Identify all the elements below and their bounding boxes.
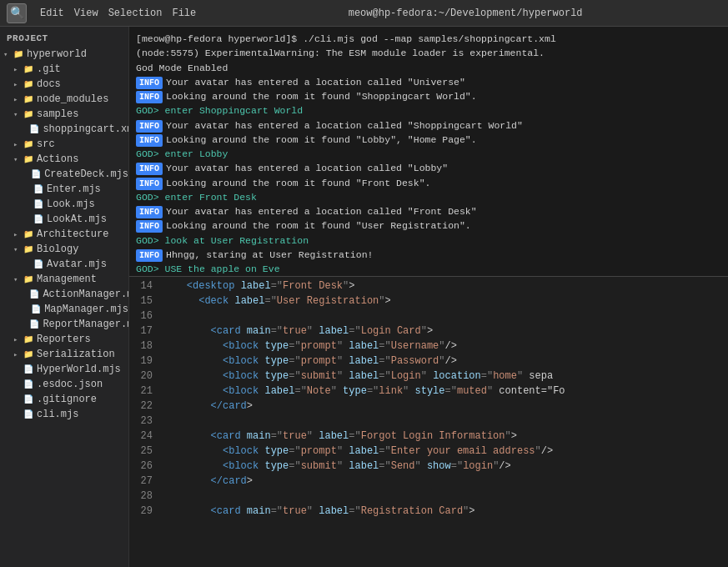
item-label: Serialization: [37, 349, 115, 360]
sidebar-item-CreateDeck[interactable]: 📄CreateDeck.mjs: [0, 167, 128, 182]
json-file-icon: 📄: [23, 379, 33, 389]
item-label: CreateDeck.mjs: [44, 168, 128, 180]
sidebar-item-shoppingcart-xml[interactable]: 📄shoppingcart.xml: [0, 122, 128, 137]
sidebar-item-samples[interactable]: ▾📁samples: [0, 107, 128, 122]
sidebar-item-LookAt[interactable]: 📄LookAt.mjs: [0, 212, 128, 227]
sidebar-item-gitignore[interactable]: 📄.gitignore: [0, 392, 128, 407]
line-number: 29: [129, 505, 163, 517]
terminal-line: INFOLooking around the room it found "Lo…: [136, 133, 721, 147]
menu-selection[interactable]: Selection: [108, 8, 163, 19]
folder-icon: 📁: [23, 109, 33, 119]
line-number: 19: [129, 355, 163, 367]
sidebar-item-serialization-group[interactable]: ▸📁Serialization: [0, 347, 128, 362]
info-badge: INFO: [136, 220, 163, 233]
terminal-line: GOD> USE the apple on Eve: [136, 262, 721, 276]
item-label: samples: [37, 108, 78, 120]
line-number: 16: [129, 310, 163, 322]
sidebar-item-ActionManager[interactable]: 📄ActionManager.mjs: [0, 287, 128, 302]
terminal-god: GOD> look at User Registration: [136, 233, 309, 248]
code-line: 25 <block type="prompt" label="Enter you…: [129, 445, 728, 460]
sidebar-item-MapManager[interactable]: 📄MapManager.mjs: [0, 302, 128, 317]
sidebar-item-esdoc[interactable]: 📄.esdoc.json: [0, 377, 128, 392]
terminal-cmd: [meow@hp-fedora hyperworld]$ ./cli.mjs g…: [136, 32, 556, 46]
terminal-line: INFOLooking around the room it found "Fr…: [136, 176, 721, 190]
line-number: 18: [129, 340, 163, 352]
terminal-line: (node:5575) ExperimentalWarning: The ESM…: [136, 46, 721, 60]
sidebar-tree: ▾📁hyperworld▸📁.git▸📁docs▸📁node_modules▾📁…: [0, 47, 128, 422]
code-line: 26 <block type="submit" label="Send" sho…: [129, 460, 728, 475]
line-content: <deck label="User Registration">: [163, 295, 728, 307]
search-button[interactable]: 🔍: [7, 3, 27, 23]
terminal-line: GOD> enter Front Desk: [136, 190, 721, 204]
arrow-icon: ▸: [13, 140, 22, 149]
sidebar-item-HyperWorld[interactable]: 📄HyperWorld.mjs: [0, 362, 128, 377]
sidebar-item-architecture-group[interactable]: ▸📁Architecture: [0, 227, 128, 242]
arrow-icon: [23, 125, 28, 133]
sidebar-item-hyperworld[interactable]: ▾📁hyperworld: [0, 47, 128, 62]
arrow-icon: ▸: [13, 350, 22, 359]
sidebar-item-git[interactable]: ▸📁.git: [0, 62, 128, 77]
sidebar-item-cli[interactable]: 📄cli.mjs: [0, 407, 128, 422]
item-label: HyperWorld.mjs: [37, 364, 121, 375]
terminal-text: Hhngg, staring at User Registration!: [166, 248, 373, 262]
arrow-icon: [23, 215, 32, 223]
sidebar-item-management-group[interactable]: ▾📁Management: [0, 272, 128, 287]
js-file-icon: 📄: [29, 319, 39, 329]
info-badge: INFO: [136, 249, 163, 262]
code-line: 17 <card main="true" label="Login Card">: [129, 325, 728, 340]
terminal-text: Looking around the room it found "Front …: [166, 176, 430, 190]
line-content: </card>: [163, 475, 728, 487]
item-label: .git: [37, 63, 61, 75]
sidebar-item-node_modules[interactable]: ▸📁node_modules: [0, 92, 128, 107]
terminal-text: Your avatar has entered a location calle…: [166, 204, 477, 218]
arrow-icon: [13, 395, 22, 404]
sidebar-item-actions-group[interactable]: ▾📁Actions: [0, 152, 128, 167]
menu-file[interactable]: File: [172, 8, 196, 19]
line-number: 15: [129, 295, 163, 307]
item-label: ReportManager.mjs: [43, 319, 128, 330]
sidebar-item-Avatar[interactable]: 📄Avatar.mjs: [0, 257, 128, 272]
js-file-icon: 📄: [33, 259, 43, 269]
arrow-icon: ▾: [13, 245, 22, 254]
folder-icon: 📁: [23, 274, 33, 284]
line-content: <block type="submit" label="Send" show="…: [163, 460, 728, 472]
menu-edit[interactable]: Edit: [40, 8, 64, 19]
menu-view[interactable]: View: [74, 8, 98, 19]
sidebar: Project ▾📁hyperworld▸📁.git▸📁docs▸📁node_m…: [0, 27, 129, 567]
sidebar-item-biology-group[interactable]: ▾📁Biology: [0, 242, 128, 257]
sidebar-item-reporters-group[interactable]: ▸📁Reporters: [0, 332, 128, 347]
code-line: 20 <block type="submit" label="Login" lo…: [129, 370, 728, 385]
js-file-icon: 📄: [33, 184, 43, 194]
code-line: 14 <desktop label="Front Desk">: [129, 280, 728, 295]
terminal-text: Looking around the room it found "Lobby"…: [166, 133, 477, 147]
arrow-icon: ▸: [13, 335, 22, 344]
item-label: .esdoc.json: [37, 379, 103, 390]
item-label: node_modules: [37, 93, 108, 105]
arrow-icon: ▾: [3, 50, 12, 59]
item-label: docs: [37, 78, 61, 90]
folder-icon: 📁: [23, 154, 33, 164]
sidebar-item-src[interactable]: ▸📁src: [0, 137, 128, 152]
sidebar-item-Enter[interactable]: 📄Enter.mjs: [0, 182, 128, 197]
js-file-icon: 📄: [33, 199, 43, 209]
js-file-icon: 📄: [31, 169, 41, 179]
terminal-god: GOD> enter Front Desk: [136, 190, 257, 204]
code-line: 29 <card main="true" label="Registration…: [129, 505, 728, 520]
sidebar-item-ReportManager[interactable]: 📄ReportManager.mjs: [0, 317, 128, 332]
terminal[interactable]: [meow@hp-fedora hyperworld]$ ./cli.mjs g…: [129, 27, 728, 277]
arrow-icon: ▾: [13, 155, 22, 164]
arrow-icon: ▾: [13, 110, 22, 119]
sidebar-item-docs[interactable]: ▸📁docs: [0, 77, 128, 92]
folder-icon: 📁: [13, 49, 23, 59]
line-number: 27: [129, 475, 163, 487]
line-number: 24: [129, 430, 163, 442]
line-number: 17: [129, 325, 163, 337]
sidebar-item-Look[interactable]: 📄Look.mjs: [0, 197, 128, 212]
sidebar-header: Project: [0, 30, 128, 47]
terminal-text: Your avatar has entered a location calle…: [166, 161, 448, 175]
line-number: 23: [129, 415, 163, 427]
terminal-line: INFOYour avatar has entered a location c…: [136, 75, 721, 89]
arrow-icon: [23, 305, 29, 314]
line-number: 14: [129, 280, 163, 292]
info-badge: INFO: [136, 178, 163, 190]
